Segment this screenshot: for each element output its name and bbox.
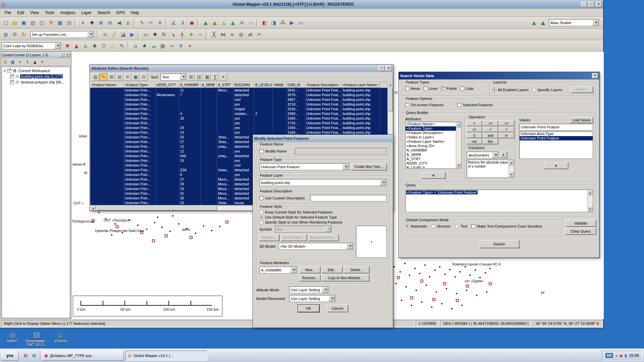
sort-dropdown[interactable]: Text <box>160 73 186 80</box>
menu-item[interactable]: Analysis <box>58 10 78 16</box>
lidar-building-class-icon[interactable]: ⌂ <box>81 42 90 50</box>
reload-icon[interactable]: ↻ <box>19 30 28 39</box>
scroll-up-icon[interactable] <box>388 82 393 87</box>
altitude-mode-dropdown[interactable]: Use Layer Setting <box>289 286 329 293</box>
menu-item[interactable]: Search <box>95 10 113 16</box>
feature-style-radio[interactable]: Use Default Style for Selected Feature T… <box>259 215 387 219</box>
attribute-list-item[interactable]: <Feature Name> <box>406 122 456 126</box>
lidar-edit-icon[interactable]: ✎ <box>117 42 126 50</box>
rename-attribute-button[interactable]: Rename... <box>300 275 320 281</box>
watershed-icon[interactable]: ▲ <box>228 18 237 27</box>
cc-zoom-icon[interactable]: ⌖ <box>17 59 23 65</box>
ae-grid-icon[interactable]: ▦ <box>203 73 211 81</box>
new-attribute-button[interactable]: New... <box>300 266 320 273</box>
cc-metadata-icon[interactable]: ℹ <box>24 59 31 65</box>
batch-convert-icon[interactable]: ◫ <box>38 18 46 27</box>
column-header[interactable]: A_STRT <box>217 82 233 88</box>
ae-export-icon[interactable]: ⊟ <box>140 73 148 81</box>
attribute-editor-maximize-button[interactable] <box>378 66 384 71</box>
previous-view-icon[interactable]: ◀ <box>115 18 123 27</box>
control-center-close-button[interactable] <box>65 53 70 57</box>
attributes-scrollbar[interactable] <box>456 122 461 168</box>
table-row[interactable]: Unknown Poin... chapel 3104... Unknown P… <box>90 107 387 111</box>
operator-button[interactable]: >= <box>483 121 498 126</box>
column-header[interactable]: B_LEVELS <box>254 82 273 88</box>
settings-gear-icon[interactable]: ⚙ <box>10 30 19 39</box>
lidar-color-dropdown[interactable]: Color Lidar by RGB/Elev <box>1 42 61 49</box>
feature-type-checkbox-row[interactable]: Areas <box>405 86 420 90</box>
toolbar-icon[interactable] <box>257 19 259 27</box>
lidar-toolbar-icon[interactable]: ⁂ <box>278 18 287 27</box>
layers-radio-row[interactable]: All Enabled Layers <box>492 88 529 92</box>
value-input[interactable]: Unknown Point Feature <box>519 124 593 130</box>
value-list-item[interactable]: Unknown Point Feature <box>520 136 593 140</box>
ae-edit-icon[interactable]: ✎ <box>100 73 107 81</box>
comparison-radio-row[interactable]: Automatic <box>405 224 427 228</box>
validate-button[interactable]: Validate <box>565 220 596 227</box>
cut-fill-icon[interactable]: ◪ <box>119 30 127 39</box>
edit-tool-icon[interactable]: ✏ <box>147 18 155 27</box>
attribute-editor-close-button[interactable] <box>386 66 392 71</box>
attribute-list-item[interactable]: <Feature Type> <box>406 126 456 131</box>
map-layout-icon[interactable]: ▭ <box>297 18 305 27</box>
grid-surface-icon[interactable]: ▦ <box>158 42 167 50</box>
ql-mail-icon[interactable]: ✉ <box>31 352 38 359</box>
control-center-icon[interactable]: ▦ <box>56 18 64 27</box>
toolbar-icon[interactable] <box>127 42 130 50</box>
menu-item[interactable]: Layer <box>79 10 94 16</box>
split-feature-icon[interactable]: ╳ <box>210 30 218 39</box>
table-row[interactable]: Unknown Poin... 4 residen... 2 2990... U… <box>90 111 387 116</box>
query-textarea[interactable]: <Feature Type> = 'Unknown Point Feature' <box>405 189 593 212</box>
select-layers-button[interactable]: Select... <box>571 86 593 93</box>
column-header[interactable]: <Feature Name> <box>90 82 124 88</box>
attribute-list-item[interactable]: B_LEVELS <box>406 166 456 169</box>
toolbar-icon[interactable] <box>166 19 168 27</box>
attribute-list-item[interactable]: A_SBRB <box>406 153 456 157</box>
feature-type-dropdown[interactable]: Unknown Point Feature <box>259 163 349 170</box>
toolbar-icon[interactable] <box>97 31 99 39</box>
lidar-filter-icon[interactable]: ▽ <box>99 42 108 50</box>
ae-select-columns-icon[interactable]: ▥ <box>92 73 99 81</box>
ae-copy-icon[interactable]: ▣ <box>132 73 140 81</box>
maximize-button[interactable] <box>588 2 594 7</box>
ae-stats-icon[interactable]: ∑ <box>211 73 219 81</box>
menu-item[interactable]: GPS <box>114 10 127 16</box>
control-center-float-button[interactable] <box>60 53 64 57</box>
layer-checkbox[interactable] <box>10 80 14 84</box>
feature-type-checkbox-row[interactable]: Lidar <box>460 86 474 90</box>
extract-buildings-icon[interactable]: ⌂ <box>131 42 140 50</box>
feature-type-checkbox-row[interactable]: Lines <box>424 86 438 90</box>
minimize-button[interactable] <box>581 2 587 7</box>
select-features-icon[interactable]: ▭ <box>142 30 150 39</box>
terrain-analysis-icon[interactable]: ▲ <box>210 18 219 27</box>
measure-tool-icon[interactable]: ∠ <box>169 18 178 27</box>
shader-dropdown[interactable]: Atlas Shader <box>549 19 599 26</box>
tray-network-icon[interactable]: ▮ <box>625 353 627 358</box>
scrollbar-thumb[interactable] <box>388 88 393 111</box>
layer-checkbox[interactable] <box>10 74 14 78</box>
modify-name-checkbox[interactable] <box>259 149 263 153</box>
comparison-radio-row[interactable]: Numeric <box>431 224 451 228</box>
rotation-button[interactable]: Rotation... <box>259 234 279 241</box>
gps-icon[interactable]: ▶ <box>287 18 296 27</box>
case-sensitive-checkbox-row[interactable]: Make Text Comparisons Case Sensitive <box>471 224 542 228</box>
close-button[interactable] <box>596 2 602 7</box>
layer-row[interactable]: landuse-polygon.shp [96,... <box>2 79 70 85</box>
ok-button[interactable]: OK <box>298 305 319 312</box>
operator-button[interactable]: and <box>483 133 498 138</box>
line-of-sight-icon[interactable]: ╱ <box>110 30 118 39</box>
remove-vertex-icon[interactable]: − <box>196 30 205 39</box>
custom-description-checkbox[interactable] <box>259 196 263 200</box>
path-profile-icon[interactable]: ∿ <box>101 30 109 39</box>
ae-highlight-icon[interactable]: ▩ <box>116 73 123 81</box>
favorites-dropdown[interactable]: Set up Favorites List... <box>30 31 94 38</box>
swipe-icon[interactable]: ◨ <box>269 18 278 27</box>
operator-button[interactable]: = <box>467 121 482 126</box>
point-cloud-icon[interactable]: ☁ <box>149 42 158 50</box>
function-description-scrollbar[interactable] <box>508 160 514 177</box>
zoom-lidar-icon[interactable]: ⌖ <box>185 42 194 50</box>
scale-feature-icon[interactable]: ↘ <box>169 30 177 39</box>
table-row[interactable]: Unknown Poin... 24 yes 1584... Unknown P… <box>90 125 387 130</box>
hillshade-layer-icon[interactable]: ▲ <box>539 18 547 27</box>
operator-button[interactable]: < <box>499 127 514 132</box>
